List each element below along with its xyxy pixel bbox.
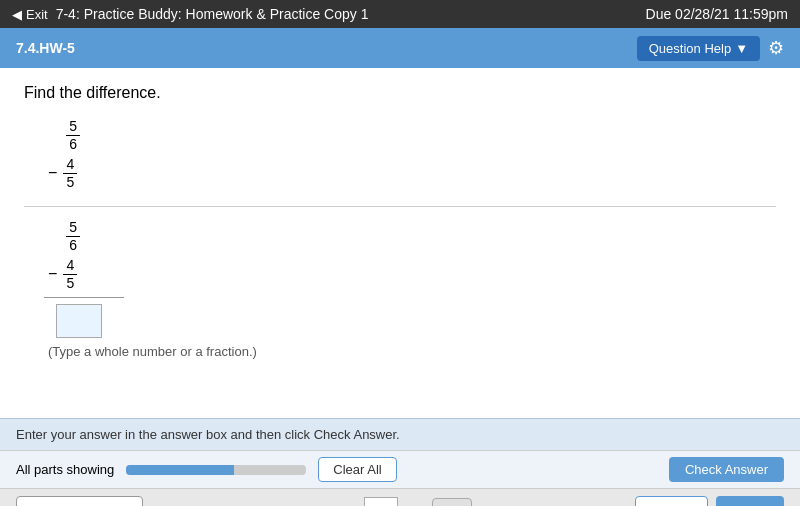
exit-label: Exit	[26, 7, 48, 22]
clear-all-button[interactable]: Clear All	[318, 457, 396, 482]
answer-input[interactable]	[56, 304, 102, 338]
top-bar-left: ◀ Exit 7-4: Practice Buddy: Homework & P…	[12, 6, 368, 22]
instruction-text: Enter your answer in the answer box and …	[16, 427, 400, 442]
chevron-down-icon: ▼	[735, 41, 748, 56]
fraction-row-3: − 5 6	[48, 219, 776, 253]
numerator-1: 5	[66, 118, 80, 136]
instruction-bar: Enter your answer in the answer box and …	[0, 418, 800, 450]
question-id: 7.4.HW-5	[16, 40, 75, 56]
go-button[interactable]: Go	[432, 498, 471, 506]
denominator-4: 5	[63, 275, 77, 291]
answer-input-row	[52, 304, 776, 338]
settings-gear-button[interactable]: ⚙	[768, 37, 784, 59]
fraction-4-5-b: 4 5	[63, 257, 77, 291]
answer-line	[44, 297, 124, 298]
question-prompt: Find the difference.	[24, 84, 776, 102]
fraction-answer-section: − 5 6 − 4 5 (Type a whole number or a fr…	[48, 219, 776, 359]
question-header: 7.4.HW-5 Question Help ▼ ⚙	[0, 28, 800, 68]
fraction-row-4: − 4 5	[48, 257, 776, 291]
fraction-5-6-b: 5 6	[66, 219, 80, 253]
exit-arrow-icon: ◀	[12, 7, 22, 22]
question-help-label: Question Help	[649, 41, 731, 56]
parts-bar: All parts showing Clear All Check Answer	[0, 450, 800, 488]
question-help-button[interactable]: Question Help ▼	[637, 36, 760, 61]
parts-label: All parts showing	[16, 462, 114, 477]
back-button[interactable]: ◀ Back	[635, 496, 708, 506]
top-bar-due: Due 02/28/21 11:59pm	[646, 6, 788, 22]
section-divider	[24, 206, 776, 207]
question-nav: Question of 9 Go	[306, 497, 471, 507]
minus-sign-2: −	[48, 265, 57, 283]
denominator-2: 5	[63, 174, 77, 190]
progress-bar-fill	[126, 465, 234, 475]
review-progress-button[interactable]: Review progress	[16, 496, 143, 506]
check-answer-button[interactable]: Check Answer	[669, 457, 784, 482]
footer-nav: Review progress Question of 9 Go ◀ Back …	[0, 488, 800, 506]
next-button[interactable]: Next ▶	[716, 496, 784, 506]
fraction-5-6: 5 6	[66, 118, 80, 152]
progress-bar-container	[126, 465, 306, 475]
denominator-3: 6	[66, 237, 80, 253]
nav-buttons: ◀ Back Next ▶	[635, 496, 784, 506]
question-number-input[interactable]	[364, 497, 398, 507]
numerator-2: 4	[63, 156, 77, 174]
top-bar: ◀ Exit 7-4: Practice Buddy: Homework & P…	[0, 0, 800, 28]
denominator-1: 6	[66, 136, 80, 152]
numerator-4: 4	[63, 257, 77, 275]
answer-hint: (Type a whole number or a fraction.)	[48, 344, 776, 359]
fraction-4-5: 4 5	[63, 156, 77, 190]
minus-sign-1: −	[48, 164, 57, 182]
gear-icon: ⚙	[768, 38, 784, 58]
fraction-row-2: − 4 5	[48, 156, 776, 190]
header-right: Question Help ▼ ⚙	[637, 36, 784, 61]
fraction-problem-display: − 5 6 − 4 5	[48, 118, 776, 190]
numerator-3: 5	[66, 219, 80, 237]
top-bar-title: 7-4: Practice Buddy: Homework & Practice…	[56, 6, 369, 22]
exit-button[interactable]: ◀ Exit	[12, 7, 48, 22]
main-content: Find the difference. − 5 6 − 4 5 − 5 6	[0, 68, 800, 418]
fraction-row-1: − 5 6	[48, 118, 776, 152]
